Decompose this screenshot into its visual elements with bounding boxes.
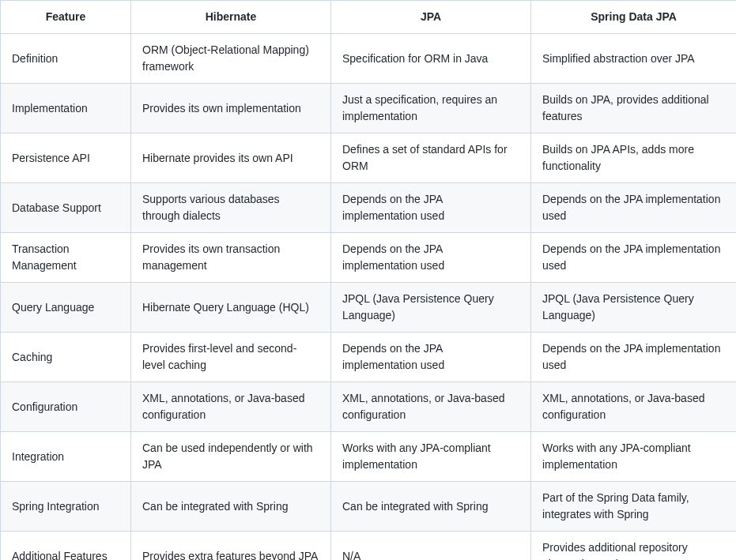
cell-feature: Caching [1, 333, 131, 382]
cell-hibernate: Provides its own implementation [131, 84, 331, 133]
cell-jpa: Specification for ORM in Java [331, 34, 531, 84]
cell-jpa: Can be integrated with Spring [331, 482, 531, 532]
table-row: Spring IntegrationCan be integrated with… [1, 482, 737, 532]
cell-jpa: N/A [331, 532, 531, 561]
cell-hibernate: Provides extra features beyond JPA [131, 532, 331, 561]
header-feature: Feature [1, 1, 131, 34]
cell-feature: Integration [1, 432, 131, 482]
header-springdata: Spring Data JPA [531, 1, 737, 34]
cell-hibernate: Provides its own transaction management [131, 233, 331, 283]
cell-feature: Spring Integration [1, 482, 131, 532]
cell-springdata: Provides additional repository abstracti… [531, 532, 737, 561]
table-row: DefinitionORM (Object-Relational Mapping… [1, 34, 737, 84]
header-jpa: JPA [331, 1, 531, 34]
cell-hibernate: Can be integrated with Spring [131, 482, 331, 532]
table-row: ConfigurationXML, annotations, or Java-b… [1, 382, 737, 432]
cell-springdata: Works with any JPA-compliant implementat… [531, 432, 737, 482]
cell-feature: Transaction Management [1, 233, 131, 283]
cell-jpa: JPQL (Java Persistence Query Language) [331, 283, 531, 333]
cell-springdata: Depends on the JPA implementation used [531, 333, 737, 382]
table-row: Database SupportSupports various databas… [1, 183, 737, 233]
cell-jpa: Works with any JPA-compliant implementat… [331, 432, 531, 482]
cell-feature: Query Language [1, 283, 131, 333]
cell-springdata: XML, annotations, or Java-based configur… [531, 382, 737, 432]
cell-feature: Definition [1, 34, 131, 84]
cell-hibernate: ORM (Object-Relational Mapping) framewor… [131, 34, 331, 84]
cell-hibernate: Supports various databases through diale… [131, 183, 331, 233]
comparison-table: Feature Hibernate JPA Spring Data JPA De… [0, 0, 736, 560]
table-body: DefinitionORM (Object-Relational Mapping… [1, 34, 737, 561]
cell-springdata: Builds on JPA, provides additional featu… [531, 84, 737, 133]
table-row: Persistence APIHibernate provides its ow… [1, 133, 737, 183]
cell-feature: Implementation [1, 84, 131, 133]
cell-jpa: Depends on the JPA implementation used [331, 333, 531, 382]
cell-jpa: Depends on the JPA implementation used [331, 183, 531, 233]
table-row: CachingProvides first-level and second-l… [1, 333, 737, 382]
cell-springdata: Part of the Spring Data family, integrat… [531, 482, 737, 532]
table-row: IntegrationCan be used independently or … [1, 432, 737, 482]
cell-jpa: Depends on the JPA implementation used [331, 233, 531, 283]
cell-springdata: Simplified abstraction over JPA [531, 34, 737, 84]
cell-hibernate: Hibernate provides its own API [131, 133, 331, 183]
table-row: Query LanguageHibernate Query Language (… [1, 283, 737, 333]
header-row: Feature Hibernate JPA Spring Data JPA [1, 1, 737, 34]
cell-hibernate: Can be used independently or with JPA [131, 432, 331, 482]
cell-hibernate: Provides first-level and second-level ca… [131, 333, 331, 382]
cell-jpa: Defines a set of standard APIs for ORM [331, 133, 531, 183]
cell-springdata: Depends on the JPA implementation used [531, 183, 737, 233]
cell-jpa: XML, annotations, or Java-based configur… [331, 382, 531, 432]
cell-feature: Configuration [1, 382, 131, 432]
cell-springdata: JPQL (Java Persistence Query Language) [531, 283, 737, 333]
header-hibernate: Hibernate [131, 1, 331, 34]
cell-hibernate: Hibernate Query Language (HQL) [131, 283, 331, 333]
cell-feature: Persistence API [1, 133, 131, 183]
table-row: Transaction ManagementProvides its own t… [1, 233, 737, 283]
cell-jpa: Just a specification, requires an implem… [331, 84, 531, 133]
cell-springdata: Builds on JPA APIs, adds more functional… [531, 133, 737, 183]
cell-springdata: Depends on the JPA implementation used [531, 233, 737, 283]
cell-feature: Database Support [1, 183, 131, 233]
table-row: Additional FeaturesProvides extra featur… [1, 532, 737, 561]
table-row: ImplementationProvides its own implement… [1, 84, 737, 133]
cell-feature: Additional Features [1, 532, 131, 561]
cell-hibernate: XML, annotations, or Java-based configur… [131, 382, 331, 432]
